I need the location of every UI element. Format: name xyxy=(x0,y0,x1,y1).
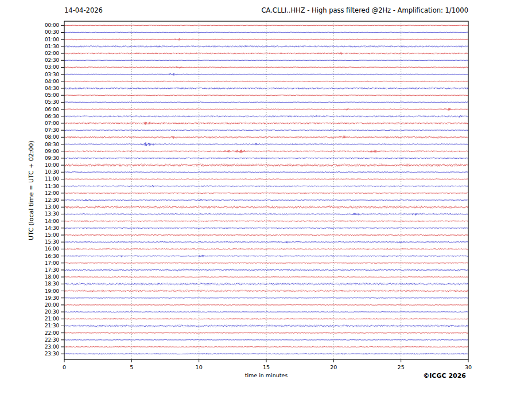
row-label: 16:00 xyxy=(45,246,59,252)
row-label: 10:00 xyxy=(45,162,59,168)
row-label: 18:30 xyxy=(45,281,59,287)
row-label: 09:00 xyxy=(45,148,59,154)
row-label: 11:00 xyxy=(45,176,59,182)
x-axis-ticks xyxy=(64,359,468,362)
row-label: 07:30 xyxy=(45,127,59,133)
row-label: 20:30 xyxy=(45,309,59,315)
row-label: 01:30 xyxy=(45,44,59,49)
x-tick-label: 25 xyxy=(398,364,405,370)
row-label: 03:30 xyxy=(45,72,59,77)
x-tick-label: 10 xyxy=(196,364,203,370)
row-label: 08:00 xyxy=(45,134,59,140)
row-label: 21:30 xyxy=(45,323,59,328)
row-label: 05:30 xyxy=(45,99,59,105)
gridlines xyxy=(131,21,401,359)
row-label: 19:00 xyxy=(45,288,59,294)
row-label: 06:00 xyxy=(45,107,59,112)
row-label: 23:00 xyxy=(45,344,59,350)
row-label: 18:00 xyxy=(45,274,59,280)
trace-rows xyxy=(64,25,468,354)
row-label: 17:00 xyxy=(45,260,59,266)
row-label: 10:30 xyxy=(45,169,59,175)
x-axis-label: time in minutes xyxy=(245,372,288,378)
copyright-label: ©ICGC 2026 xyxy=(423,372,466,380)
row-label: 13:30 xyxy=(45,211,59,217)
row-label: 15:00 xyxy=(45,232,59,238)
x-tick-label: 0 xyxy=(63,364,66,370)
row-label: 11:30 xyxy=(45,183,59,189)
row-label: 04:00 xyxy=(45,79,59,84)
row-label: 00:30 xyxy=(45,29,59,35)
row-label: 20:00 xyxy=(45,302,59,308)
row-label: 12:00 xyxy=(45,190,59,196)
row-label: 09:30 xyxy=(45,155,59,161)
row-label: 00:00 xyxy=(45,22,59,28)
row-label: 15:30 xyxy=(45,239,59,245)
row-label: 04:30 xyxy=(45,85,59,91)
x-tick-label: 30 xyxy=(465,364,472,370)
row-label: 14:00 xyxy=(45,218,59,224)
row-label: 22:00 xyxy=(45,330,59,336)
x-tick-label: 20 xyxy=(330,364,337,370)
row-label: 02:30 xyxy=(45,57,59,63)
row-label: 14:30 xyxy=(45,225,59,231)
row-label: 03:00 xyxy=(45,64,59,70)
row-label: 17:30 xyxy=(45,267,59,273)
x-tick-label: 15 xyxy=(263,364,270,370)
seismogram-figure: 14-04-2026 CA.CLLI..HHZ - High pass filt… xyxy=(0,0,532,399)
row-label: 05:00 xyxy=(45,92,59,98)
row-label: 01:00 xyxy=(45,37,59,42)
row-label: 21:00 xyxy=(45,316,59,322)
row-label: 08:30 xyxy=(45,142,59,147)
row-label: 16:30 xyxy=(45,253,59,259)
row-label: 13:00 xyxy=(45,204,59,210)
row-label: 23:30 xyxy=(45,351,59,357)
row-label: 02:00 xyxy=(45,50,59,56)
x-tick-label: 5 xyxy=(130,364,133,370)
row-label: 07:00 xyxy=(45,120,59,126)
x-axis-tick-labels: 051015202530 xyxy=(63,364,472,370)
row-label: 06:30 xyxy=(45,114,59,119)
row-label: 19:30 xyxy=(45,295,59,301)
y-axis-tick-labels: 00:0000:3001:0001:3002:0002:3003:0003:30… xyxy=(45,22,59,357)
y-axis-ticks xyxy=(61,25,64,354)
row-label: 22:30 xyxy=(45,337,59,343)
trace-row xyxy=(64,32,468,33)
row-label: 12:30 xyxy=(45,197,59,203)
helicorder-plot: 00:0000:3001:0001:3002:0002:3003:0003:30… xyxy=(0,0,532,399)
